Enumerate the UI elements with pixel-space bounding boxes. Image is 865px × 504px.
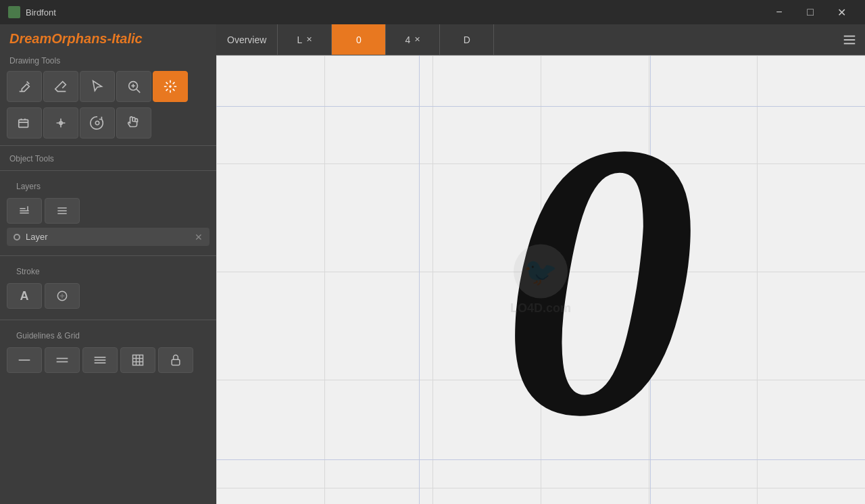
guidelines-label: Guidelines & Grid [7,327,209,343]
select-tool[interactable] [80,71,115,102]
tab-l-label: L [297,34,302,45]
hamburger-menu-button[interactable] [834,24,865,55]
eraser-tool[interactable] [43,71,78,102]
tab-overview[interactable]: Overview [216,24,278,55]
tab-spacer [494,24,834,55]
tab-d-label: D [464,34,470,45]
app-icon [8,6,20,18]
pen-tool[interactable] [7,71,42,102]
layer-options-button[interactable] [45,198,80,224]
minimize-button[interactable]: − [764,0,795,24]
node-tool[interactable] [43,107,78,138]
close-button[interactable]: ✕ [826,0,857,24]
add-layer-button[interactable] [7,198,42,224]
guideline-h-button[interactable] [7,347,42,373]
tab-l-close[interactable]: ✕ [306,35,312,44]
divider-2 [0,170,216,171]
divider-1 [0,145,216,146]
svg-rect-21 [133,355,143,366]
glyph-character: 0 [501,84,697,476]
drawing-tools-label: Drawing Tools [0,52,216,68]
stroke-text-button[interactable]: A [7,283,42,309]
main-layout: DreamOrphans-Italic Drawing Tools [0,24,865,504]
stroke-buttons: A [7,283,209,309]
tab-overview-label: Overview [227,34,266,45]
lock-button[interactable] [158,347,193,373]
stroke-circle-button[interactable] [45,283,80,309]
tab-0-label: 0 [356,34,362,45]
stroke-label: Stroke [7,263,209,279]
tab-d[interactable]: D [440,24,494,55]
tabs-bar: Overview L ✕ 0 4 ✕ D [216,24,865,55]
tab-4[interactable]: 4 ✕ [386,24,440,55]
tab-4-label: 4 [405,34,410,45]
canvas-area[interactable]: 0 🐦 LO4D.com [216,55,865,504]
guideline-h2-button[interactable] [45,347,80,373]
tab-0[interactable]: 0 [332,24,386,55]
font-title: DreamOrphans-Italic [0,24,216,52]
object-tools-label: Object Tools [0,150,216,166]
guidelines-buttons [7,347,209,373]
drawing-tools-grid [0,68,216,105]
layer-buttons [7,198,209,224]
window-controls: − □ ✕ [764,0,857,24]
content-area: Overview L ✕ 0 4 ✕ D [216,24,865,504]
rectangle-tool[interactable] [7,107,42,138]
layer-dot [14,234,20,241]
guidelines-section: Guidelines & Grid [0,324,216,380]
drawing-tools-row2 [0,105,216,141]
hand-tool[interactable] [116,107,151,138]
svg-rect-26 [172,359,180,365]
divider-4 [0,320,216,320]
grid-button[interactable] [120,347,155,373]
stroke-section: Stroke A [0,260,216,316]
layers-label: Layers [7,178,209,194]
svg-point-6 [95,121,99,125]
maximize-button[interactable]: □ [795,0,826,24]
tab-l[interactable]: L ✕ [278,24,332,55]
divider-3 [0,255,216,256]
guide-v-1 [419,55,420,504]
guideline-multi-button[interactable] [82,347,118,373]
tab-4-close[interactable]: ✕ [414,35,420,44]
sidebar: DreamOrphans-Italic Drawing Tools [0,24,216,504]
zoom-tool[interactable] [116,71,151,102]
layer-close-button[interactable]: ✕ [195,232,203,242]
app-title: Birdfont [26,7,764,18]
rotate-tool[interactable] [80,107,115,138]
layer-name: Layer [26,232,189,242]
move-tool[interactable] [153,71,188,102]
svg-rect-4 [19,120,28,127]
svg-line-1 [137,89,140,93]
title-bar: Birdfont − □ ✕ [0,0,865,24]
layer-item: Layer ✕ [7,228,209,246]
layers-section: Layers Layer ✕ [0,175,216,251]
